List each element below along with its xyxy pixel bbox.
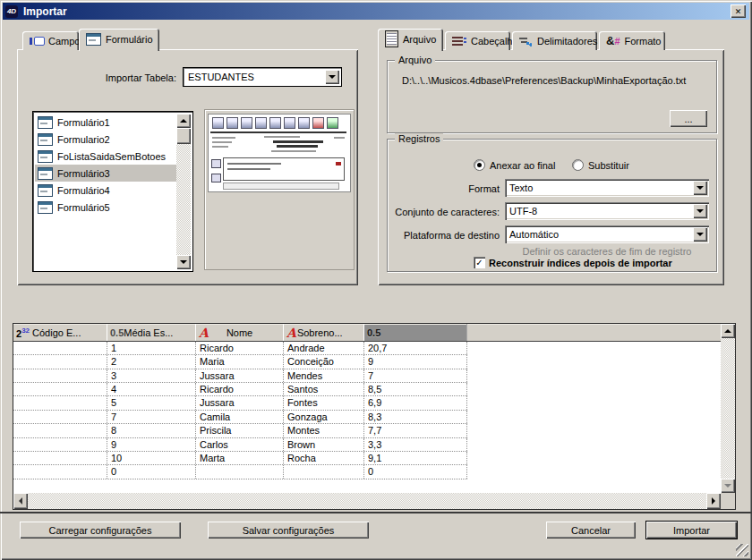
dropdown-button[interactable] bbox=[693, 227, 707, 242]
scroll-down-button[interactable] bbox=[721, 479, 735, 493]
tab-arquivo[interactable]: Arquivo bbox=[378, 29, 443, 51]
table-row[interactable]: 10MartaRocha9,1 bbox=[13, 452, 467, 465]
table-cell: 3 bbox=[107, 369, 196, 382]
form-icon bbox=[86, 33, 101, 46]
close-button[interactable]: ✕ bbox=[731, 4, 746, 18]
load-settings-button[interactable]: Carregar configurações bbox=[20, 522, 181, 539]
table-cell bbox=[13, 342, 107, 354]
tab-formato-label: Formato bbox=[625, 36, 662, 47]
table-cell: Priscila bbox=[196, 424, 284, 437]
cancel-button[interactable]: Cancelar bbox=[546, 522, 636, 539]
chevron-down-icon bbox=[696, 209, 704, 213]
grid-vertical-scrollbar[interactable] bbox=[721, 324, 735, 493]
column-header-sobrenome[interactable]: ASobreno... bbox=[284, 324, 364, 341]
form-icon bbox=[38, 133, 53, 146]
table-cell: Gonzaga bbox=[284, 411, 364, 423]
table-cell bbox=[13, 396, 107, 409]
form-preview-scrollbar bbox=[223, 182, 339, 190]
scroll-left-button[interactable] bbox=[13, 493, 28, 509]
radio-unselected-icon bbox=[572, 159, 584, 171]
scroll-right-button[interactable] bbox=[706, 493, 721, 509]
list-item[interactable]: Formulário4 bbox=[35, 182, 176, 199]
dropdown-button[interactable] bbox=[693, 204, 707, 218]
import-table-combobox[interactable]: ESTUDANTES bbox=[184, 68, 341, 86]
table-cell: Fontes bbox=[284, 396, 364, 409]
table-cell: Jussara bbox=[196, 396, 284, 409]
platform-label: Plataforma de destino bbox=[388, 230, 500, 241]
table-row[interactable]: 7CamilaGonzaga8,3 bbox=[13, 411, 467, 424]
table-row[interactable]: 3JussaraMendes7 bbox=[13, 369, 467, 383]
table-row[interactable]: 4RicardoSantos8,5 bbox=[13, 383, 467, 396]
list-item[interactable]: Formulário1 bbox=[35, 114, 176, 131]
right-tab-panel: Arquivo D:\..\..\Musicos.4dbase\Preferen… bbox=[378, 49, 724, 285]
scroll-up-button[interactable] bbox=[176, 114, 191, 128]
append-radio[interactable]: Anexar ao final bbox=[474, 159, 555, 171]
tab-formulario[interactable]: Formulário bbox=[79, 29, 159, 51]
replace-radio[interactable]: Substituir bbox=[572, 159, 629, 171]
table-cell: 9,1 bbox=[364, 452, 467, 464]
rebuild-indexes-checkbox[interactable]: ✓ Reconstruir índices depois de importar bbox=[474, 257, 672, 268]
table-row[interactable]: 2MariaConceição9 bbox=[13, 355, 467, 369]
tab-cabecalho[interactable]: Cabeçalho bbox=[445, 31, 510, 50]
table-cell bbox=[13, 465, 107, 478]
grid-horizontal-scrollbar[interactable] bbox=[13, 493, 721, 509]
header-icon bbox=[452, 36, 466, 47]
arrow-down-icon bbox=[724, 484, 731, 488]
append-radio-label: Anexar ao final bbox=[490, 160, 555, 171]
table-row[interactable]: 8PriscilaMontes7,7 bbox=[13, 424, 467, 437]
platform-combobox[interactable]: Automático bbox=[505, 225, 709, 243]
platform-value: Automático bbox=[509, 229, 559, 240]
scroll-up-button[interactable] bbox=[721, 324, 735, 338]
file-groupbox: Arquivo D:\..\..\Musicos.4dbase\Preferen… bbox=[387, 60, 717, 133]
table-cell: Brown bbox=[284, 438, 364, 451]
title-bar[interactable]: 4D Importar ✕ bbox=[3, 3, 749, 20]
table-cell: Jussara bbox=[196, 369, 284, 382]
dropdown-button[interactable] bbox=[693, 181, 707, 195]
table-cell: 7 bbox=[364, 369, 467, 382]
table-row[interactable]: 00 bbox=[13, 465, 467, 479]
table-cell: Ricardo bbox=[196, 383, 284, 395]
list-item[interactable]: Formulario2 bbox=[35, 131, 176, 148]
column-header-selected[interactable]: 0.5 bbox=[364, 324, 467, 341]
real-type-icon: 0.5 bbox=[110, 327, 124, 338]
table-row[interactable]: 1RicardoAndrade20,7 bbox=[13, 342, 467, 355]
column-header-codigo[interactable]: 232Código E... bbox=[13, 324, 107, 341]
form-icon bbox=[38, 167, 53, 180]
import-button[interactable]: Importar bbox=[646, 522, 737, 539]
table-row[interactable]: 9CarlosBrown3,3 bbox=[13, 438, 467, 452]
scroll-thumb[interactable] bbox=[176, 128, 191, 144]
browse-button[interactable]: ... bbox=[670, 110, 707, 127]
column-header-nome[interactable]: ANome bbox=[196, 324, 284, 341]
form-icon bbox=[38, 201, 53, 214]
table-cell: Marta bbox=[196, 452, 284, 464]
preview-grid: 232Código E... 0.5Média Es... ANome ASob… bbox=[13, 323, 736, 510]
table-cell: 7 bbox=[107, 411, 196, 423]
table-cell bbox=[13, 369, 107, 382]
list-item[interactable]: FoListaSaidaSemBotoes bbox=[35, 148, 176, 165]
4d-app-icon: 4D bbox=[5, 5, 18, 18]
resize-grip[interactable] bbox=[736, 544, 748, 556]
list-item[interactable]: Formulário3 bbox=[35, 165, 176, 182]
window-title: Importar bbox=[23, 5, 67, 18]
table-row[interactable]: 5JussaraFontes6,9 bbox=[13, 396, 467, 410]
forms-list-scrollbar[interactable] bbox=[176, 114, 191, 269]
tab-arquivo-label: Arquivo bbox=[403, 34, 436, 45]
table-cell: 9 bbox=[107, 438, 196, 451]
tab-campos[interactable]: Campos bbox=[22, 31, 79, 50]
tab-delimitadores[interactable]: Delimitadores bbox=[512, 31, 597, 50]
list-item[interactable]: Formulário5 bbox=[35, 199, 176, 216]
table-cell: Conceição bbox=[284, 355, 364, 368]
column-header-media[interactable]: 0.5Média Es... bbox=[107, 324, 196, 341]
list-item-label: Formulário5 bbox=[57, 202, 110, 213]
fields-icon bbox=[30, 37, 44, 46]
scroll-down-button[interactable] bbox=[176, 255, 191, 269]
dropdown-button[interactable] bbox=[325, 70, 339, 84]
column-label: Sobreno... bbox=[297, 327, 343, 338]
tab-formato[interactable]: &# Formato bbox=[599, 31, 665, 50]
save-settings-button[interactable]: Salvar configurações bbox=[208, 522, 369, 539]
format-combobox[interactable]: Texto bbox=[505, 179, 709, 197]
table-cell bbox=[13, 383, 107, 395]
grid-header: 232Código E... 0.5Média Es... ANome ASob… bbox=[13, 324, 721, 342]
charset-combobox[interactable]: UTF-8 bbox=[505, 202, 709, 220]
column-header-filler bbox=[467, 324, 721, 341]
